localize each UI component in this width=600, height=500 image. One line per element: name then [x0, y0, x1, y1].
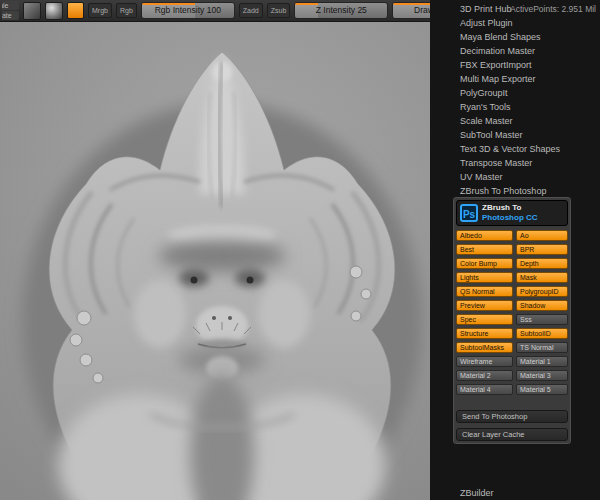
mrgb-toggle[interactable]: Mrgb — [88, 3, 112, 18]
map-button-depth[interactable]: Depth — [516, 258, 568, 269]
send-to-photoshop-button[interactable]: Send To Photoshop — [456, 410, 568, 423]
map-button-subtoolmasks[interactable]: SubtoolMasks — [456, 342, 513, 353]
menu-item-ryans-tools[interactable]: Ryan's Tools — [430, 100, 600, 114]
slider-label: Rgb Intensity 100 — [142, 3, 234, 18]
map-button-lights[interactable]: Lights — [456, 272, 513, 283]
map-button-mask[interactable]: Mask — [516, 272, 568, 283]
map-button-subtoolid[interactable]: SubtoolID — [516, 328, 568, 339]
menu-item-decimation-master[interactable]: Decimation Master — [430, 44, 600, 58]
map-button-material-1[interactable]: Material 1 — [516, 356, 568, 367]
menu-item-subtool-master[interactable]: SubTool Master — [430, 128, 600, 142]
menu-item-zbuilder[interactable]: ZBuilder — [430, 486, 600, 500]
left-shelf-clipped: Scale Rotate — [2, 1, 19, 21]
texture-thumb-icon[interactable] — [23, 2, 41, 20]
map-button-color-bump[interactable]: Color Bump — [456, 258, 513, 269]
map-button-ao[interactable]: Ao — [516, 230, 568, 241]
menu-item-maya-blend-shapes[interactable]: Maya Blend Shapes — [430, 30, 600, 44]
logo-text: ZBrush To Photoshop CC — [482, 203, 538, 223]
menu-item-adjust-plugin[interactable]: Adjust Plugin — [430, 16, 600, 30]
menu-item-text-3d-vector-shapes[interactable]: Text 3D & Vector Shapes — [430, 142, 600, 156]
map-button-polygroupid[interactable]: PolygroupID — [516, 286, 568, 297]
map-button-shadow[interactable]: Shadow — [516, 300, 568, 311]
map-button-sss[interactable]: Sss — [516, 314, 568, 325]
menu-item-uv-master[interactable]: UV Master — [430, 170, 600, 184]
map-button-qs-normal[interactable]: QS Normal — [456, 286, 513, 297]
menu-item-scale-master[interactable]: Scale Master — [430, 114, 600, 128]
ps-icon: Ps — [460, 204, 478, 222]
map-button-structure[interactable]: Structure — [456, 328, 513, 339]
rgb-intensity-slider[interactable]: Rgb Intensity 100 — [141, 2, 235, 19]
color-swatch[interactable] — [67, 2, 84, 19]
slider-label: Z Intensity 25 — [295, 3, 387, 18]
zsub-toggle[interactable]: Zsub — [267, 3, 291, 18]
rgb-toggle[interactable]: Rgb — [116, 3, 137, 18]
map-button-material-3[interactable]: Material 3 — [516, 370, 568, 381]
menu-item-transpose-master[interactable]: Transpose Master — [430, 156, 600, 170]
creature-sculpt — [0, 22, 450, 500]
scale-button[interactable]: Scale — [2, 1, 19, 10]
logo-line2: Photoshop CC — [482, 213, 538, 223]
map-button-preview[interactable]: Preview — [456, 300, 513, 311]
menu-item-fbx-exportimport[interactable]: FBX ExportImport — [430, 58, 600, 72]
map-button-material-4[interactable]: Material 4 — [456, 384, 513, 395]
map-button-grid: Albedo Ao Best BPR Color Bump Depth Ligh… — [456, 230, 568, 395]
z-intensity-slider[interactable]: Z Intensity 25 — [294, 2, 388, 19]
clear-layer-cache-button[interactable]: Clear Layer Cache — [456, 428, 568, 441]
map-button-spec[interactable]: Spec — [456, 314, 513, 325]
rotate-button[interactable]: Rotate — [2, 11, 19, 20]
menu-item-polygroupit[interactable]: PolyGroupIt — [430, 86, 600, 100]
zbrush-window: Scale Rotate Mrgb Rgb Rgb Intensity 100 … — [0, 0, 600, 500]
photoshop-logo[interactable]: Ps ZBrush To Photoshop CC — [456, 200, 568, 226]
logo-line1: ZBrush To — [482, 203, 538, 213]
map-button-wireframe[interactable]: Wireframe — [456, 356, 513, 367]
map-button-material-2[interactable]: Material 2 — [456, 370, 513, 381]
active-points-status: ActivePoints: 2.951 Mil — [510, 4, 596, 14]
menu-item-multi-map-exporter[interactable]: Multi Map Exporter — [430, 72, 600, 86]
zplugin-menu: 3D Print Hub Adjust Plugin Maya Blend Sh… — [430, 0, 600, 500]
map-button-ts-normal[interactable]: TS Normal — [516, 342, 568, 353]
map-button-albedo[interactable]: Albedo — [456, 230, 513, 241]
zadd-toggle[interactable]: Zadd — [239, 3, 263, 18]
map-button-material-5[interactable]: Material 5 — [516, 384, 568, 395]
map-button-best[interactable]: Best — [456, 244, 513, 255]
material-thumb-icon[interactable] — [45, 2, 63, 20]
zbrush-to-photoshop-panel: Ps ZBrush To Photoshop CC Albedo Ao Best… — [452, 196, 572, 445]
map-button-bpr[interactable]: BPR — [516, 244, 568, 255]
